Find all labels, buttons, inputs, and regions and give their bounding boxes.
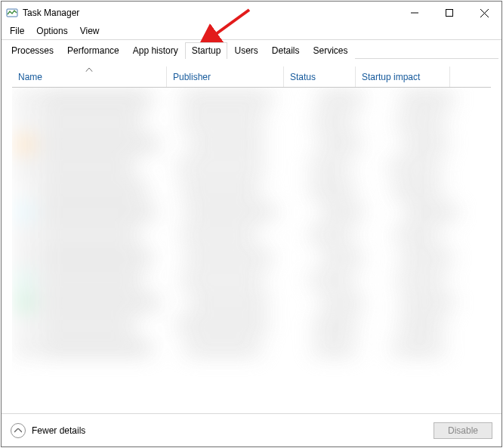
tab-users[interactable]: Users: [227, 42, 264, 59]
tab-performance[interactable]: Performance: [60, 42, 126, 59]
titlebar: Task Manager: [2, 2, 501, 24]
task-manager-icon: [6, 7, 18, 19]
chevron-up-icon: [11, 423, 26, 438]
startup-panel: Name Publisher Status Startup impact: [2, 59, 501, 413]
tabstrip: Processes Performance App history Startu…: [5, 42, 498, 59]
blurred-content: [12, 88, 491, 410]
disable-button[interactable]: Disable: [434, 422, 492, 439]
column-header-publisher[interactable]: Publisher: [167, 66, 284, 87]
tab-startup[interactable]: Startup: [185, 42, 228, 59]
sort-ascending-icon: [86, 66, 93, 73]
menu-options[interactable]: Options: [31, 24, 73, 38]
column-header-row: Name Publisher Status Startup impact: [12, 66, 491, 88]
fewer-details-toggle[interactable]: Fewer details: [11, 423, 85, 438]
tab-app-history[interactable]: App history: [126, 42, 185, 59]
window-title: Task Manager: [23, 8, 79, 18]
minimize-button[interactable]: [397, 2, 432, 24]
maximize-button[interactable]: [432, 2, 467, 24]
fewer-details-label: Fewer details: [32, 425, 85, 436]
tabstrip-container: Processes Performance App history Startu…: [2, 39, 501, 59]
menu-file[interactable]: File: [5, 24, 29, 38]
column-header-status[interactable]: Status: [284, 66, 356, 87]
column-header-name[interactable]: Name: [12, 66, 167, 87]
startup-list[interactable]: [12, 88, 491, 410]
footer-bar: Fewer details Disable: [2, 413, 501, 446]
menu-view[interactable]: View: [75, 24, 105, 38]
tab-processes[interactable]: Processes: [5, 42, 60, 59]
task-manager-window: Task Manager File Options View Processes…: [1, 1, 502, 447]
window-controls: [397, 2, 501, 24]
tab-services[interactable]: Services: [307, 42, 355, 59]
tab-details[interactable]: Details: [265, 42, 307, 59]
svg-rect-2: [446, 10, 453, 17]
close-button[interactable]: [467, 2, 501, 24]
column-header-startup-impact[interactable]: Startup impact: [356, 66, 450, 87]
menu-bar: File Options View: [2, 24, 501, 39]
